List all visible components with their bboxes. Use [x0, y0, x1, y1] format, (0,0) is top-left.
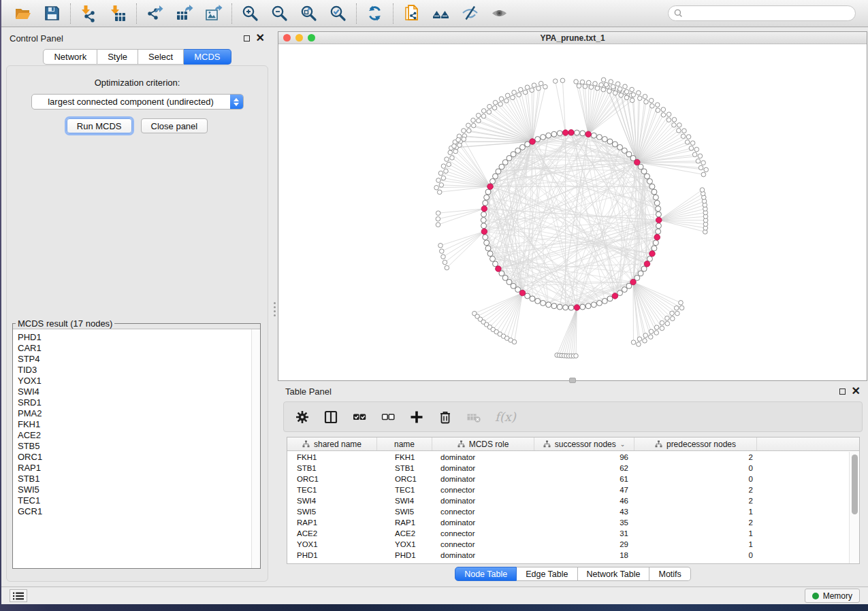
- cell-name[interactable]: PHD1: [377, 551, 432, 559]
- cell-predecessor-nodes[interactable]: 0: [634, 475, 757, 483]
- mcds-result-item[interactable]: TID3: [18, 365, 260, 376]
- export-network-icon[interactable]: [140, 3, 170, 24]
- select-all-columns-icon[interactable]: [352, 410, 367, 425]
- close-table-panel-icon[interactable]: ✕: [852, 388, 861, 395]
- cell-shared-name[interactable]: ACE2: [287, 529, 377, 538]
- cell-name[interactable]: RAP1: [377, 518, 432, 527]
- cell-successor-nodes[interactable]: 61: [534, 475, 634, 483]
- unselect-all-columns-icon[interactable]: [381, 410, 396, 425]
- cell-mcds-role[interactable]: dominator: [432, 453, 534, 461]
- find-icon[interactable]: [426, 3, 455, 24]
- tab-motifs[interactable]: Motifs: [649, 567, 690, 581]
- cell-mcds-role[interactable]: dominator: [432, 551, 534, 559]
- cell-mcds-role[interactable]: dominator: [432, 497, 534, 505]
- cell-predecessor-nodes[interactable]: 2: [634, 518, 757, 527]
- search-field[interactable]: [668, 5, 856, 21]
- cell-name[interactable]: YOX1: [377, 540, 432, 548]
- cell-name[interactable]: FKH1: [377, 453, 432, 461]
- cell-predecessor-nodes[interactable]: 2: [634, 453, 757, 461]
- tab-network-table[interactable]: Network Table: [578, 567, 650, 581]
- cell-predecessor-nodes[interactable]: 2: [634, 497, 757, 505]
- mcds-result-item[interactable]: FKH1: [18, 419, 260, 430]
- cell-shared-name[interactable]: SWI5: [287, 508, 377, 516]
- cell-shared-name[interactable]: RAP1: [287, 518, 377, 527]
- cell-name[interactable]: SWI4: [377, 497, 432, 505]
- tab-edge-table[interactable]: Edge Table: [517, 567, 577, 581]
- cell-shared-name[interactable]: YOX1: [287, 540, 377, 548]
- mcds-result-item[interactable]: PHD1: [18, 332, 260, 343]
- cell-name[interactable]: SWI5: [377, 508, 432, 516]
- optimization-criterion-select[interactable]: largest connected component (undirected): [31, 94, 244, 110]
- cell-predecessor-nodes[interactable]: 1: [634, 508, 757, 516]
- cell-successor-nodes[interactable]: 35: [534, 518, 634, 527]
- tab-select[interactable]: Select: [138, 49, 184, 65]
- cell-shared-name[interactable]: PHD1: [287, 551, 377, 559]
- column-header-successor-nodes[interactable]: successor nodes⌄: [534, 437, 634, 450]
- zoom-fit-icon[interactable]: [294, 3, 323, 24]
- zoom-selected-icon[interactable]: [323, 3, 353, 24]
- table-row[interactable]: RAP1RAP1dominator352: [287, 517, 849, 528]
- column-header-predecessor-nodes[interactable]: predecessor nodes: [634, 437, 757, 450]
- table-row[interactable]: TEC1TEC1connector472: [287, 484, 849, 495]
- search-input[interactable]: [686, 8, 850, 19]
- mcds-result-item[interactable]: ORC1: [18, 452, 260, 463]
- table-row[interactable]: PHD1PHD1dominator180: [287, 550, 849, 561]
- mcds-result-item[interactable]: SWI5: [18, 484, 260, 495]
- splitter-handle-icon[interactable]: [274, 302, 276, 316]
- network-graph[interactable]: [278, 44, 867, 380]
- cell-shared-name[interactable]: FKH1: [287, 453, 377, 461]
- cell-successor-nodes[interactable]: 96: [534, 453, 634, 461]
- cell-mcds-role[interactable]: dominator: [432, 475, 534, 483]
- cell-successor-nodes[interactable]: 18: [534, 551, 634, 559]
- mcds-result-item[interactable]: GCR1: [18, 506, 260, 517]
- show-selected-icon[interactable]: [485, 3, 514, 24]
- mcds-result-item[interactable]: ACE2: [18, 430, 260, 441]
- export-image-icon[interactable]: [199, 3, 228, 24]
- cell-mcds-role[interactable]: connector: [432, 508, 534, 516]
- table-row[interactable]: ACE2ACE2connector311: [287, 528, 849, 539]
- cell-shared-name[interactable]: STB1: [287, 464, 377, 472]
- cell-successor-nodes[interactable]: 46: [534, 497, 634, 505]
- cell-predecessor-nodes[interactable]: 1: [634, 529, 757, 538]
- mcds-result-item[interactable]: CAR1: [18, 343, 260, 354]
- refresh-icon[interactable]: [360, 3, 389, 24]
- cell-name[interactable]: ACE2: [377, 529, 432, 538]
- column-header-name[interactable]: name: [377, 437, 432, 450]
- cell-predecessor-nodes[interactable]: 0: [634, 464, 757, 472]
- column-header-MCDS-role[interactable]: MCDS role: [432, 437, 534, 450]
- cell-mcds-role[interactable]: connector: [432, 540, 534, 548]
- save-session-icon[interactable]: [37, 3, 67, 24]
- close-panel-button[interactable]: Close panel: [141, 118, 208, 133]
- cell-mcds-role[interactable]: connector: [432, 529, 534, 538]
- table-row[interactable]: SWI4SWI4dominator462: [287, 495, 849, 506]
- mcds-result-item[interactable]: SRD1: [18, 397, 260, 408]
- delete-column-icon[interactable]: [438, 410, 453, 425]
- table-row[interactable]: ORC1ORC1dominator610: [287, 474, 849, 484]
- network-canvas[interactable]: [278, 44, 867, 380]
- cell-mcds-role[interactable]: connector: [432, 486, 534, 494]
- cell-mcds-role[interactable]: dominator: [432, 464, 534, 472]
- float-panel-icon[interactable]: [244, 35, 250, 42]
- split-columns-icon[interactable]: [323, 410, 338, 425]
- export-table-icon[interactable]: [170, 3, 199, 24]
- mcds-result-item[interactable]: PMA2: [18, 408, 260, 419]
- tab-node-table[interactable]: Node Table: [455, 567, 517, 581]
- mcds-result-scrollbar[interactable]: [251, 329, 260, 568]
- table-row[interactable]: FKH1FKH1dominator962: [287, 452, 849, 463]
- tab-style[interactable]: Style: [97, 49, 138, 65]
- share-document-icon[interactable]: [397, 3, 426, 24]
- cell-predecessor-nodes[interactable]: 1: [634, 540, 757, 548]
- cell-successor-nodes[interactable]: 43: [534, 508, 634, 516]
- open-file-icon[interactable]: [8, 3, 37, 24]
- cell-predecessor-nodes[interactable]: 2: [634, 486, 757, 494]
- close-panel-icon[interactable]: ✕: [256, 35, 265, 42]
- status-list-button[interactable]: [10, 589, 27, 602]
- mcds-result-item[interactable]: STB1: [18, 474, 260, 484]
- import-table-icon[interactable]: [103, 3, 133, 24]
- column-header-shared-name[interactable]: shared name: [287, 437, 377, 450]
- float-table-panel-icon[interactable]: [839, 389, 846, 395]
- mcds-result-item[interactable]: STP4: [18, 354, 260, 365]
- cell-name[interactable]: TEC1: [377, 486, 432, 494]
- mcds-result-item[interactable]: STB5: [18, 441, 260, 452]
- zoom-out-icon[interactable]: [265, 3, 294, 24]
